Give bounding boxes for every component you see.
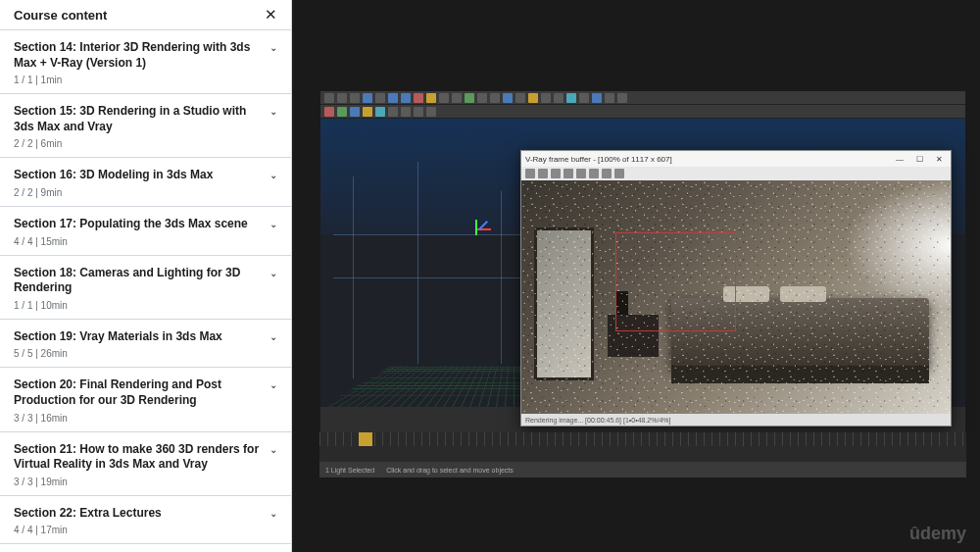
- main-toolbar[interactable]: [320, 91, 965, 105]
- toolbar-icon[interactable]: [388, 93, 398, 103]
- vfb-status-text: Rendering image... [00:00:45.6] [1•0•48.…: [525, 417, 671, 424]
- chevron-down-icon: ⌄: [270, 42, 277, 53]
- section-meta: 2 / 2 | 9min: [14, 187, 277, 198]
- sidebar-title: Course content: [14, 8, 107, 23]
- toolbar-icon[interactable]: [324, 93, 334, 103]
- section-title: Section 17: Populating the 3ds Max scene: [14, 217, 256, 232]
- chevron-down-icon: ⌄: [270, 508, 277, 519]
- render-region-box[interactable]: [615, 232, 736, 331]
- toolbar-icon[interactable]: [490, 93, 500, 103]
- toolbar-icon[interactable]: [605, 93, 614, 103]
- toolbar-icon[interactable]: [579, 93, 589, 103]
- toolbar-icon[interactable]: [426, 93, 436, 103]
- vfb-tool-icon[interactable]: [614, 169, 624, 178]
- vfb-tool-icon[interactable]: [589, 169, 599, 178]
- timeline[interactable]: [319, 432, 966, 462]
- toolbar-icon[interactable]: [592, 93, 602, 103]
- vray-frame-buffer-window: V-Ray frame buffer - [100% of 1117 x 607…: [520, 150, 952, 427]
- sidebar-header: Course content ✕: [0, 0, 291, 30]
- transform-gizmo[interactable]: [475, 220, 495, 239]
- section-title: Section 18: Cameras and Lighting for 3D …: [14, 266, 270, 296]
- toolbar-icon[interactable]: [414, 107, 423, 117]
- minimize-icon[interactable]: —: [892, 153, 907, 165]
- toolbar-icon[interactable]: [541, 93, 551, 103]
- vfb-status-bar: Rendering image... [00:00:45.6] [1•0•48.…: [521, 414, 951, 426]
- toolbar-icon[interactable]: [617, 93, 627, 103]
- render-noise: [521, 180, 951, 416]
- vfb-tool-icon[interactable]: [564, 169, 573, 178]
- gizmo-y-axis[interactable]: [475, 220, 477, 235]
- toolbar-icon[interactable]: [465, 93, 474, 103]
- vfb-tool-icon[interactable]: [576, 169, 586, 178]
- section-title: Section 19: Vray Materials in 3ds Max: [14, 329, 230, 345]
- chevron-down-icon: ⌄: [270, 219, 277, 229]
- toolbar-icon[interactable]: [566, 93, 576, 103]
- close-icon[interactable]: ✕: [265, 6, 277, 24]
- vfb-toolbar[interactable]: [521, 167, 951, 180]
- toolbar-icon[interactable]: [375, 107, 385, 117]
- timeline-playhead[interactable]: [359, 432, 372, 446]
- section-18[interactable]: Section 18: Cameras and Lighting for 3D …: [0, 256, 291, 320]
- toolbar-icon[interactable]: [337, 93, 347, 103]
- course-content-sidebar: Course content ✕ Section 14: Interior 3D…: [0, 0, 292, 552]
- toolbar-icon[interactable]: [375, 93, 385, 103]
- maximize-icon[interactable]: ☐: [911, 153, 927, 165]
- section-meta: 5 / 5 | 26min: [14, 348, 277, 359]
- toolbar-icon[interactable]: [350, 107, 360, 117]
- vfb-tool-icon[interactable]: [538, 169, 548, 178]
- chevron-down-icon: ⌄: [270, 106, 277, 117]
- 3dsmax-status-bar: 1 Light Selected Click and drag to selec…: [319, 462, 966, 477]
- toolbar-icon[interactable]: [503, 93, 513, 103]
- section-title: Section 22: Extra Lectures: [14, 506, 170, 522]
- toolbar-icon[interactable]: [388, 107, 398, 117]
- section-23[interactable]: Section 23: Student Q & A Videos ⌄ 4 / 4…: [0, 544, 291, 552]
- toolbar-icon[interactable]: [363, 93, 372, 103]
- toolbar-icon[interactable]: [515, 93, 525, 103]
- close-icon[interactable]: ✕: [931, 153, 947, 165]
- section-title: Section 14: Interior 3D Rendering with 3…: [14, 40, 270, 71]
- toolbar-icon[interactable]: [363, 107, 372, 117]
- section-19[interactable]: Section 19: Vray Materials in 3ds Max ⌄ …: [0, 320, 291, 369]
- section-meta: 1 / 1 | 10min: [14, 300, 277, 311]
- chevron-down-icon: ⌄: [270, 268, 277, 278]
- toolbar-icon[interactable]: [426, 107, 436, 117]
- section-title: Section 15: 3D Rendering in a Studio wit…: [14, 104, 270, 134]
- video-player-area[interactable]: V-Ray frame buffer - [100% of 1117 x 607…: [292, 0, 980, 552]
- secondary-toolbar[interactable]: [320, 105, 965, 119]
- section-meta: 3 / 3 | 19min: [14, 477, 277, 487]
- vfb-tool-icon[interactable]: [525, 169, 535, 178]
- timeline-ruler[interactable]: [319, 432, 966, 446]
- toolbar-icon[interactable]: [401, 107, 411, 117]
- section-15[interactable]: Section 15: 3D Rendering in a Studio wit…: [0, 94, 291, 158]
- section-meta: 3 / 3 | 16min: [14, 413, 277, 424]
- toolbar-icon[interactable]: [414, 93, 423, 103]
- section-20[interactable]: Section 20: Final Rendering and Post Pro…: [0, 368, 291, 431]
- section-16[interactable]: Section 16: 3D Modeling in 3ds Max ⌄ 2 /…: [0, 158, 291, 207]
- toolbar-icon[interactable]: [337, 107, 347, 117]
- section-17[interactable]: Section 17: Populating the 3ds Max scene…: [0, 207, 291, 256]
- section-21[interactable]: Section 21: How to make 360 3D renders f…: [0, 432, 291, 496]
- section-meta: 2 / 2 | 6min: [14, 138, 277, 149]
- render-output-image[interactable]: [521, 180, 951, 416]
- toolbar-icon[interactable]: [528, 93, 538, 103]
- chevron-down-icon: ⌄: [270, 444, 277, 455]
- vfb-title: V-Ray frame buffer - [100% of 1117 x 607…: [525, 155, 672, 164]
- toolbar-icon[interactable]: [477, 93, 487, 103]
- toolbar-icon[interactable]: [439, 93, 449, 103]
- 3dsmax-window: V-Ray frame buffer - [100% of 1117 x 607…: [319, 90, 966, 433]
- section-title: Section 21: How to make 360 3D renders f…: [14, 442, 270, 473]
- section-14[interactable]: Section 14: Interior 3D Rendering with 3…: [0, 30, 291, 94]
- vfb-tool-icon[interactable]: [602, 169, 612, 178]
- toolbar-icon[interactable]: [452, 93, 462, 103]
- toolbar-icon[interactable]: [350, 93, 360, 103]
- section-meta: 4 / 4 | 15min: [14, 236, 277, 247]
- section-meta: 4 / 4 | 17min: [14, 525, 277, 535]
- section-title: Section 20: Final Rendering and Post Pro…: [14, 377, 270, 408]
- vfb-tool-icon[interactable]: [551, 169, 561, 178]
- chevron-down-icon: ⌄: [270, 379, 277, 390]
- toolbar-icon[interactable]: [401, 93, 411, 103]
- toolbar-icon[interactable]: [554, 93, 564, 103]
- vfb-titlebar[interactable]: V-Ray frame buffer - [100% of 1117 x 607…: [521, 151, 951, 167]
- toolbar-icon[interactable]: [324, 107, 334, 117]
- section-22[interactable]: Section 22: Extra Lectures ⌄ 4 / 4 | 17m…: [0, 496, 291, 545]
